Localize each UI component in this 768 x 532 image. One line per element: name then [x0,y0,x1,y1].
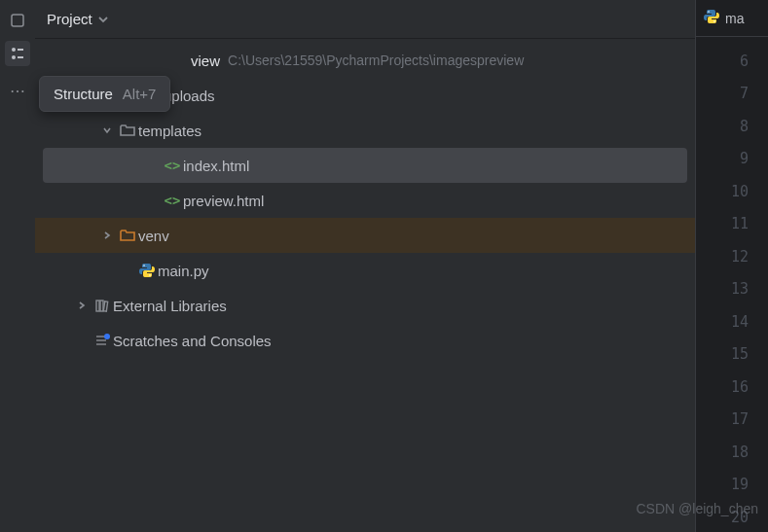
python-file-icon [136,263,158,278]
more-tool-icon[interactable]: ⋯ [5,78,30,103]
line-number: 9 [696,143,768,176]
line-number: 12 [696,240,768,273]
chevron-right-icon [72,299,91,312]
line-number: 17 [696,404,768,437]
line-number: 7 [696,78,768,111]
item-label: Scratches and Consoles [113,333,272,349]
svg-rect-8 [100,301,103,311]
svg-point-5 [143,265,145,266]
chevron-right-icon [97,229,117,242]
folder-label: venv [138,228,169,244]
line-number: 19 [696,469,768,502]
svg-rect-9 [103,301,107,311]
tooltip-shortcut: Alt+7 [123,86,157,102]
svg-point-2 [12,55,16,59]
folder-label: templates [138,123,201,139]
folder-icon [117,124,138,137]
html-file-icon: <> [162,193,183,208]
tool-window-bar: ⋯ [0,0,35,532]
file-label: preview.html [183,193,264,209]
line-number: 11 [696,208,768,241]
library-icon [91,298,113,313]
tree-item-venv[interactable]: venv [35,218,695,253]
html-file-icon: <> [162,158,183,173]
tree-item-external-libraries[interactable]: External Libraries [35,288,695,323]
tree-item-index-html[interactable]: <> index.html [43,148,687,183]
project-tool-icon[interactable] [5,8,30,33]
root-path: C:\Users\21559\PycharmProjects\imagespre… [228,53,524,68]
svg-rect-3 [18,49,23,51]
line-number: 6 [696,45,768,78]
file-tree: view C:\Users\21559\PycharmProjects\imag… [35,39,695,532]
tree-item-preview-html[interactable]: <> preview.html [35,183,695,218]
python-file-icon [704,9,719,28]
file-label: main.py [158,263,209,279]
line-number: 10 [696,175,768,208]
tree-item-scratches[interactable]: Scratches and Consoles [35,323,695,358]
structure-tool-icon[interactable] [5,41,30,66]
tree-item-templates[interactable]: templates [35,113,695,148]
svg-rect-7 [96,301,99,311]
folder-icon [117,229,138,242]
item-label: External Libraries [113,298,227,314]
root-label: view [191,53,220,69]
tooltip-name: Structure [54,86,113,102]
svg-rect-4 [18,56,23,58]
editor-tab[interactable]: ma [696,0,768,37]
svg-point-1 [12,48,16,52]
line-number: 14 [696,305,768,338]
tree-root[interactable]: view C:\Users\21559\PycharmProjects\imag… [35,43,695,78]
line-number: 18 [696,436,768,469]
line-number: 16 [696,371,768,404]
panel-header[interactable]: Project [35,0,695,39]
svg-point-6 [149,274,151,276]
svg-point-13 [104,334,110,339]
line-number: 13 [696,273,768,306]
structure-tooltip: Structure Alt+7 [39,76,170,112]
line-number: 8 [696,110,768,143]
file-label: index.html [183,158,249,174]
tab-label: ma [725,11,744,26]
scratches-icon [91,333,113,348]
chevron-down-icon [97,124,117,137]
tree-item-main-py[interactable]: main.py [35,253,695,288]
editor-gutter: ma 67891011121314151617181920 [695,0,768,532]
chevron-down-icon [98,11,108,28]
line-numbers: 67891011121314151617181920 [696,45,768,532]
svg-point-14 [708,11,710,13]
line-number: 15 [696,338,768,372]
watermark: CSDN @leigh_chen [637,501,759,516]
svg-rect-0 [12,15,23,26]
panel-title: Project [47,11,92,27]
folder-label: uploads [164,88,215,104]
svg-point-15 [713,20,715,22]
